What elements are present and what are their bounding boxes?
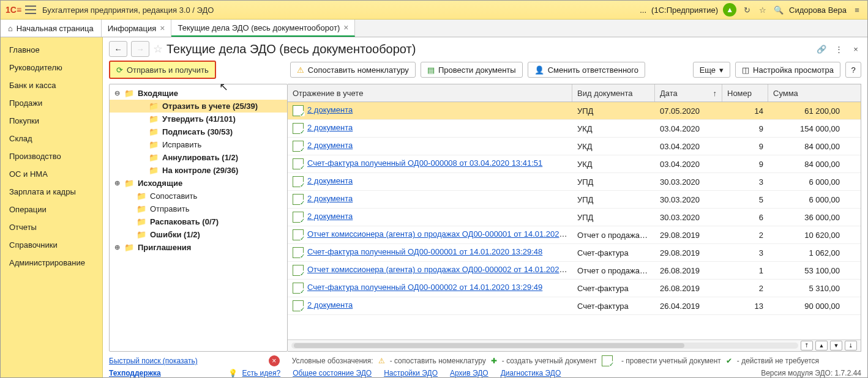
grid-first-button[interactable]: ⤒ [801,341,813,350]
link-icon[interactable]: 🔗 [816,43,827,54]
col-header[interactable]: Вид документа [572,84,655,102]
document-link[interactable]: 2 документа [307,176,353,185]
table-row[interactable]: 2 документаУПД07.05.20201461 200,00 [288,102,861,120]
document-link[interactable]: 2 документа [307,212,353,221]
window-menu-icon[interactable]: ≡ [851,4,862,15]
document-link[interactable]: Счет-фактура полученный ОД00-000008 от 0… [307,158,542,168]
change-responsible-button[interactable]: 👤 Сменить ответственного [528,62,645,78]
sidebar-item[interactable]: Зарплата и кадры [1,183,102,201]
btn-label: Провести документы [438,65,516,75]
footer-link[interactable]: Архив ЭДО [450,369,488,377]
star-icon[interactable]: ☆ [153,42,163,56]
notifications-icon[interactable]: ▲ [723,3,736,17]
nav-forward-button[interactable]: → [131,41,149,57]
sidebar-item[interactable]: ОС и НМА [1,165,102,183]
user-name[interactable]: Сидорова Вера [789,6,847,15]
col-header-date[interactable]: Дата ↑ [655,84,722,102]
sidebar-item[interactable]: Главное [1,41,102,59]
document-link[interactable]: 2 документа [307,123,353,132]
table-row[interactable]: 2 документаУПД30.03.202056 000,00 [288,191,861,209]
quick-search-link[interactable]: Быстрый поиск (показать) [109,357,198,365]
document-check-icon [293,141,304,152]
compare-nomenclature-button[interactable]: ⚠ Сопоставить номенклатуру [290,62,416,78]
grid-down-button[interactable]: ▼ [830,341,842,350]
tab-edo[interactable]: Текущие дела ЭДО (весь документооборот) … [171,20,355,37]
history-icon[interactable]: ↻ [741,4,752,15]
horizontal-scrollbar[interactable] [291,343,798,349]
table-row[interactable]: Счет-фактура полученный ОД00-000008 от 0… [288,155,861,173]
sidebar-item[interactable]: Склад [1,130,102,147]
tree-node[interactable]: 📁Исправить [110,138,287,151]
tree-node[interactable]: 📁Утвердить (41/101) [110,113,287,125]
idea-link[interactable]: Есть идея? [242,369,281,377]
sidebar-item[interactable]: Администрирование [1,254,102,272]
sidebar-item[interactable]: Операции [1,201,102,218]
favorite-icon[interactable]: ☆ [757,4,768,15]
tab-info[interactable]: Информация × [102,20,172,37]
document-link[interactable]: Счет-фактура полученный ОД00-000001 от 1… [307,247,542,256]
col-header[interactable]: Номер [722,84,768,102]
expand-icon[interactable]: ⊕ [113,179,121,187]
table-row[interactable]: Счет-фактура полученный ОД00-000001 от 1… [288,244,861,262]
tree-node[interactable]: 📁На контроле (29/36) [110,164,287,177]
expand-icon[interactable]: ⊕ [113,243,121,251]
tree-label: Подписать (30/53) [162,127,233,136]
document-link[interactable]: 2 документа [307,105,353,114]
table-row[interactable]: 2 документаСчет-фактура26.04.20191390 00… [288,297,861,315]
sidebar-item[interactable]: Руководителю [1,59,102,76]
sidebar-item[interactable]: Справочники [1,236,102,254]
tree-node[interactable]: 📁Аннулировать (1/2) [110,151,287,164]
support-link[interactable]: Техподдержка [109,369,161,377]
tree-node[interactable]: 📁Отправить [110,202,287,215]
grid-up-button[interactable]: ▲ [815,341,828,350]
sidebar-item[interactable]: Отчеты [1,218,102,236]
send-receive-button[interactable]: ⟳ Отправить и получить [109,61,216,79]
conduct-documents-button[interactable]: ▤ Провести документы [421,62,523,78]
tab-home[interactable]: ⌂ Начальная страница [1,20,102,37]
tree-node[interactable]: 📁Сопоставить [110,190,287,202]
sidebar-item[interactable]: Продажи [1,94,102,112]
menu-icon[interactable] [25,6,36,14]
table-row[interactable]: Отчет комиссионера (агента) о продажах О… [288,226,861,244]
grid-last-button[interactable]: ⤓ [845,341,857,350]
expand-icon[interactable]: ⊖ [113,89,121,97]
table-row[interactable]: 2 документаУПД30.03.202036 000,00 [288,173,861,191]
tree-node[interactable]: ⊕📁Приглашения [110,241,287,254]
document-link[interactable]: 2 документа [307,141,353,150]
help-button[interactable]: ? [845,62,861,78]
document-link[interactable]: 2 документа [307,194,353,203]
close-icon[interactable]: × [160,23,165,33]
folder-tree: ⊖📁Входящие📁Отразить в учете (25/39)📁Утве… [109,84,288,352]
document-link[interactable]: 2 документа [307,300,353,309]
tree-node[interactable]: 📁Ошибки (1/2) [110,228,287,241]
sidebar-item[interactable]: Производство [1,147,102,165]
sidebar-item[interactable]: Банк и касса [1,76,102,94]
view-settings-button[interactable]: ◫ Настройка просмотра [735,62,840,78]
nav-back-button[interactable]: ← [109,41,127,57]
footer-link[interactable]: Настройки ЭДО [384,369,438,377]
more-icon[interactable]: ⋮ [833,43,844,54]
document-link[interactable]: Отчет комиссионера (агента) о продажах О… [307,229,571,239]
tree-node[interactable]: 📁Распаковать (0/7) [110,215,287,228]
table-row[interactable]: Отчет комиссионера (агента) о продажах О… [288,262,861,280]
table-row[interactable]: Счет-фактура полученный ОД00-000002 от 1… [288,280,861,297]
document-link[interactable]: Счет-фактура полученный ОД00-000002 от 1… [307,283,542,292]
more-button[interactable]: Еще ▾ [693,62,730,78]
footer-link[interactable]: Диагностика ЭДО [501,369,561,377]
sidebar-item[interactable]: Покупки [1,112,102,130]
footer-link[interactable]: Общее состояние ЭДО [293,369,372,377]
tree-node[interactable]: ⊕📁Исходящие [110,177,287,190]
tree-node[interactable]: 📁Подписать (30/53) [110,125,287,138]
search-icon[interactable]: 🔍 [773,4,784,15]
close-icon[interactable]: × [343,23,348,32]
col-header[interactable]: Отражение в учете [288,84,572,102]
table-row[interactable]: 2 документаУПД30.03.2020636 000,00 [288,209,861,226]
close-page-icon[interactable]: × [850,43,861,54]
document-link[interactable]: Отчет комиссионера (агента) о продажах О… [307,265,571,274]
table-row[interactable]: 2 документаУКД03.04.2020984 000,00 [288,138,861,155]
col-header[interactable]: Сумма [768,84,845,102]
clear-search-icon[interactable]: × [269,355,280,366]
tree-node[interactable]: ⊖📁Входящие [110,87,287,100]
tree-node[interactable]: 📁Отразить в учете (25/39) [110,100,287,113]
table-row[interactable]: 2 документаУКД03.04.20209154 000,00 [288,120,861,138]
